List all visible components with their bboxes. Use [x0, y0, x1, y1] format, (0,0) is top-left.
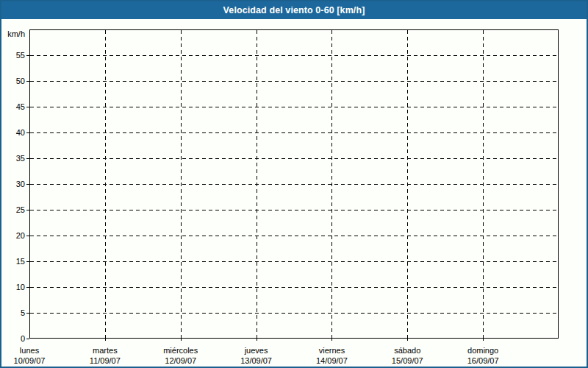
x-day-label: jueves [244, 346, 268, 355]
x-day-label: domingo [467, 346, 498, 355]
y-tick-label: 35 [16, 154, 25, 163]
y-tick-label: 20 [16, 231, 25, 240]
y-tick-label: 25 [16, 205, 25, 214]
y-tick-label: 0 [21, 334, 25, 343]
x-day-label: sábado [394, 346, 420, 355]
x-day-label: lunes [20, 346, 40, 355]
plot-area: km/h 0510152025303540455055lunes10/09/07… [0, 0, 588, 368]
y-tick-label: 5 [21, 308, 25, 317]
y-tick-label: 45 [16, 102, 25, 111]
y-tick-label: 30 [16, 180, 25, 188]
plot-border [30, 30, 559, 339]
y-tick-label: 40 [16, 128, 25, 137]
x-day-label: miércoles [163, 346, 198, 355]
x-day-label: martes [93, 346, 118, 355]
x-date-label: 16/09/07 [467, 356, 499, 365]
y-tick-label: 50 [16, 77, 25, 85]
x-date-label: 10/09/07 [14, 356, 46, 365]
y-tick-label: 55 [16, 51, 25, 60]
x-date-label: 15/09/07 [392, 356, 423, 365]
y-axis-unit-label: km/h [7, 29, 25, 38]
x-date-label: 13/09/07 [240, 356, 272, 365]
x-day-label: viernes [319, 346, 345, 355]
y-tick-label: 10 [16, 283, 25, 291]
x-date-label: 11/09/07 [90, 356, 121, 365]
chart-window: Velocidad del viento 0-60 [km/h] km/h 05… [0, 0, 588, 368]
y-tick-label: 15 [16, 257, 25, 266]
x-date-label: 12/09/07 [165, 356, 196, 365]
x-date-label: 14/09/07 [316, 356, 348, 365]
